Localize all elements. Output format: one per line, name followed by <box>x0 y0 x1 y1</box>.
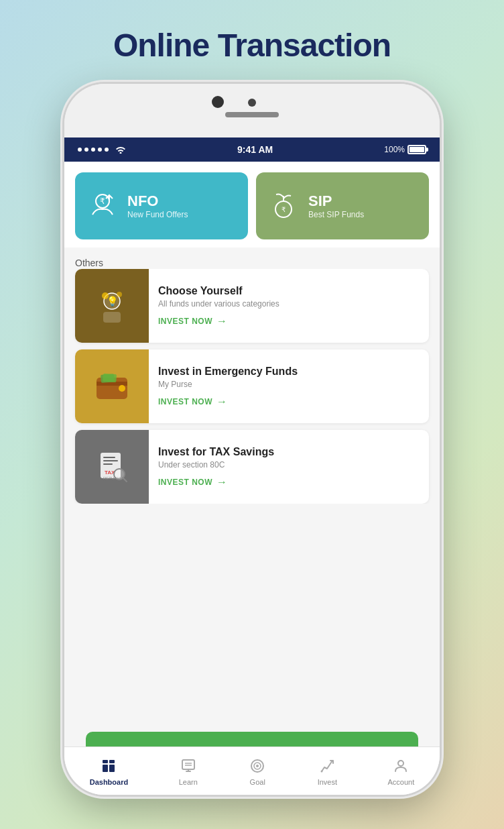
svg-rect-28 <box>182 760 194 769</box>
choose-yourself-title: Choose Yourself <box>158 285 420 297</box>
goal-icon <box>248 757 267 775</box>
list-item-tax-savings[interactable]: TAX RETURN Invest for TAX Savings Under … <box>75 430 429 504</box>
list-item-emergency-funds[interactable]: Invest in Emergency Funds My Purse INVES… <box>75 349 429 423</box>
status-bar: 9:41 AM 100% <box>64 137 440 162</box>
choose-yourself-subtitle: All funds under various categories <box>158 299 420 309</box>
nfo-title: NFO <box>127 192 188 210</box>
nfo-subtitle: New Fund Offers <box>127 210 188 219</box>
tax-savings-cta-label: INVEST NOW <box>158 478 212 487</box>
nav-item-account[interactable]: Account <box>388 757 415 786</box>
partial-card <box>86 732 418 747</box>
svg-point-9 <box>102 292 109 299</box>
learn-icon <box>179 757 198 775</box>
others-label: Others <box>75 258 103 268</box>
phone-top-bezel <box>64 84 440 137</box>
svg-line-23 <box>123 478 127 482</box>
battery-fill <box>410 147 424 152</box>
svg-rect-15 <box>103 374 117 382</box>
sip-card[interactable]: ₹ SIP Best SIP Funds <box>256 172 429 239</box>
nav-item-dashboard[interactable]: Dashboard <box>90 757 128 786</box>
speaker-grill <box>225 112 279 117</box>
svg-rect-12 <box>97 382 127 386</box>
sip-text: SIP Best SIP Funds <box>308 192 364 219</box>
others-section: Others <box>64 247 440 269</box>
page-title: Online Transaction <box>113 27 391 64</box>
screen-content: ₹ NFO New Fund Offers ₹ <box>64 162 440 795</box>
svg-rect-17 <box>103 457 115 458</box>
choose-yourself-body: Choose Yourself All funds under various … <box>149 269 429 343</box>
choose-yourself-thumb: 💡 <box>75 269 149 343</box>
status-time: 9:41 AM <box>237 144 273 155</box>
nav-label-account: Account <box>388 778 415 786</box>
nfo-card[interactable]: ₹ NFO New Fund Offers <box>75 172 248 239</box>
tax-savings-invest-btn[interactable]: INVEST NOW → <box>158 476 420 488</box>
svg-point-36 <box>321 770 323 772</box>
battery-percent: 100% <box>384 145 405 154</box>
emergency-funds-cta-label: INVEST NOW <box>158 397 212 406</box>
emergency-funds-invest-btn[interactable]: INVEST NOW → <box>158 396 420 408</box>
nav-label-goal: Goal <box>250 778 265 786</box>
tax-savings-title: Invest for TAX Savings <box>158 446 420 458</box>
nav-item-goal[interactable]: Goal <box>248 757 267 786</box>
tax-savings-body: Invest for TAX Savings Under section 80C… <box>149 430 429 504</box>
nav-label-learn: Learn <box>179 778 198 786</box>
svg-rect-18 <box>103 460 118 461</box>
dot3 <box>91 148 95 152</box>
svg-rect-25 <box>109 760 115 763</box>
emergency-funds-thumb <box>75 349 149 423</box>
dot4 <box>98 148 102 152</box>
emergency-funds-body: Invest in Emergency Funds My Purse INVES… <box>149 349 429 423</box>
emergency-funds-subtitle: My Purse <box>158 380 420 389</box>
list-items-container: 💡 Choose Yourself All funds under variou… <box>64 269 440 504</box>
nav-label-dashboard: Dashboard <box>90 778 128 786</box>
svg-rect-26 <box>103 765 108 772</box>
battery-area: 100% <box>384 145 426 154</box>
dashboard-icon <box>99 757 118 775</box>
svg-text:₹: ₹ <box>100 197 105 206</box>
emergency-funds-title: Invest in Emergency Funds <box>158 366 420 378</box>
svg-rect-24 <box>103 760 108 763</box>
sip-subtitle: Best SIP Funds <box>308 210 364 219</box>
dot5 <box>105 148 109 152</box>
choose-yourself-cta-label: INVEST NOW <box>158 317 212 326</box>
tax-savings-subtitle: Under section 80C <box>158 460 420 469</box>
svg-point-10 <box>117 292 122 297</box>
svg-rect-19 <box>103 463 113 465</box>
battery-icon <box>407 145 426 154</box>
svg-rect-27 <box>109 765 115 772</box>
svg-rect-8 <box>103 312 121 323</box>
sip-icon: ₹ <box>267 189 300 223</box>
dot2 <box>84 148 88 152</box>
nfo-icon: ₹ <box>86 189 119 223</box>
svg-point-35 <box>256 765 259 767</box>
dot1 <box>78 148 82 152</box>
nav-item-learn[interactable]: Learn <box>179 757 198 786</box>
top-cards-row: ₹ NFO New Fund Offers ₹ <box>64 162 440 247</box>
list-item-choose-yourself[interactable]: 💡 Choose Yourself All funds under variou… <box>75 269 429 343</box>
signal-dots <box>78 146 126 154</box>
choose-yourself-invest-btn[interactable]: INVEST NOW → <box>158 315 420 327</box>
svg-point-37 <box>398 761 403 766</box>
nfo-text: NFO New Fund Offers <box>127 192 188 219</box>
invest-icon <box>318 757 336 775</box>
svg-point-13 <box>119 385 125 392</box>
nav-label-invest: Invest <box>318 778 337 786</box>
emergency-funds-arrow-icon: → <box>216 396 228 408</box>
nav-item-invest[interactable]: Invest <box>318 757 337 786</box>
front-camera <box>212 96 224 108</box>
choose-yourself-arrow-icon: → <box>216 315 228 327</box>
phone-frame: 9:41 AM 100% ₹ <box>64 84 440 795</box>
svg-text:₹: ₹ <box>281 206 286 213</box>
account-icon <box>391 757 410 775</box>
tax-savings-arrow-icon: → <box>216 476 228 488</box>
tax-savings-thumb: TAX RETURN <box>75 430 149 504</box>
wifi-icon <box>115 146 126 154</box>
bottom-nav: Dashboard Learn <box>64 747 440 795</box>
sip-title: SIP <box>308 192 364 210</box>
camera-dot <box>248 99 256 107</box>
